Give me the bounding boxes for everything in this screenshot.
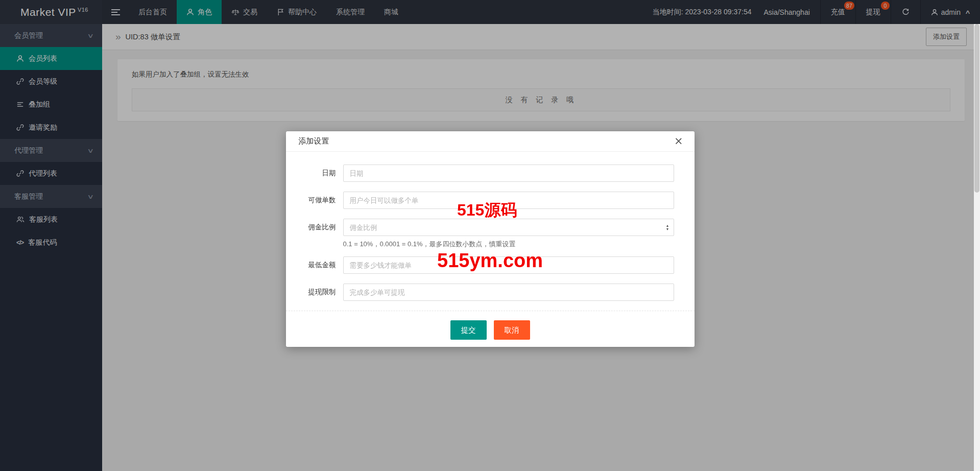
modal-form: 日期 可做单数 佣金比例 ▲ ▼ 0.1 = 10%，0.0001 = 0.1%… bbox=[286, 152, 695, 301]
vertical-scrollbar[interactable] bbox=[974, 24, 980, 471]
form-row-withdraw-limit: 提现限制 bbox=[286, 284, 674, 301]
withdraw-limit-input[interactable] bbox=[343, 284, 674, 301]
modal-header: 添加设置 × bbox=[286, 131, 695, 152]
order-count-label: 可做单数 bbox=[286, 196, 343, 205]
cancel-button[interactable]: 取消 bbox=[494, 320, 530, 340]
scrollbar-thumb[interactable] bbox=[974, 24, 979, 193]
watermark-domain: 515ym.com bbox=[437, 250, 543, 272]
add-settings-modal: 添加设置 × 日期 可做单数 佣金比例 ▲ ▼ 0.1 = 1 bbox=[286, 131, 695, 347]
form-row-date: 日期 bbox=[286, 164, 674, 182]
date-label: 日期 bbox=[286, 169, 343, 178]
modal-footer: 提交 取消 bbox=[286, 311, 695, 347]
min-amount-label: 最低金额 bbox=[286, 261, 343, 270]
commission-hint: 0.1 = 10%，0.0001 = 0.1%，最多四位数小数点，慎重设置 bbox=[343, 240, 674, 248]
spinner-down-icon: ▼ bbox=[666, 227, 670, 231]
spinner-up-icon: ▲ bbox=[666, 224, 670, 227]
commission-label: 佣金比例 bbox=[286, 223, 343, 232]
withdraw-limit-label: 提现限制 bbox=[286, 288, 343, 297]
modal-title: 添加设置 bbox=[299, 136, 329, 146]
submit-button[interactable]: 提交 bbox=[450, 320, 487, 340]
watermark-source-code: 515源码 bbox=[457, 199, 517, 222]
date-input[interactable] bbox=[343, 164, 674, 182]
close-icon[interactable]: × bbox=[672, 135, 685, 148]
number-spinner[interactable]: ▲ ▼ bbox=[666, 224, 670, 231]
